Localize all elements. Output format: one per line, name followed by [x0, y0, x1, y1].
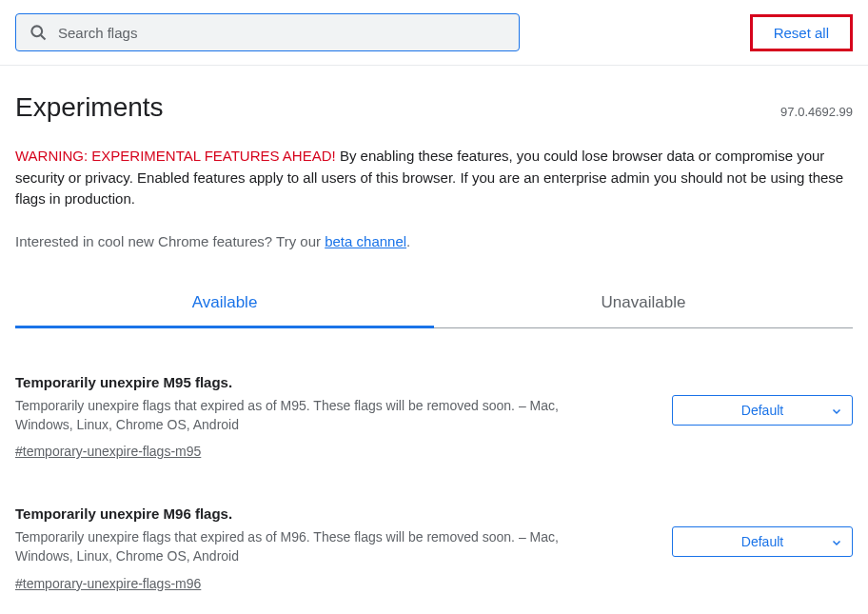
title-row: Experiments 97.0.4692.99: [15, 92, 853, 123]
page-title: Experiments: [15, 92, 164, 123]
tab-unavailable[interactable]: Unavailable: [434, 280, 853, 327]
interest-prefix: Interested in cool new Chrome features? …: [15, 233, 325, 249]
tab-available[interactable]: Available: [15, 280, 434, 328]
tabs: Available Unavailable: [15, 280, 853, 328]
search-wrapper: [15, 13, 520, 51]
flag-description: Temporarily unexpire flags that expired …: [15, 527, 605, 566]
search-input[interactable]: [15, 13, 520, 51]
warning-label: WARNING: EXPERIMENTAL FEATURES AHEAD!: [15, 148, 336, 164]
interest-text: Interested in cool new Chrome features? …: [15, 233, 853, 249]
beta-channel-link[interactable]: beta channel: [325, 233, 406, 249]
interest-suffix: .: [406, 233, 410, 249]
flag-title: Temporarily unexpire M95 flags.: [15, 374, 649, 390]
version-label: 97.0.4692.99: [780, 105, 853, 119]
flag-anchor-link[interactable]: #temporary-unexpire-flags-m95: [15, 444, 201, 459]
flag-item: Temporarily unexpire M96 flags. Temporar…: [15, 505, 853, 592]
flag-select-value: Default: [741, 534, 783, 549]
flag-text: Temporarily unexpire M96 flags. Temporar…: [15, 505, 649, 592]
flag-title: Temporarily unexpire M96 flags.: [15, 505, 649, 522]
flag-item: Temporarily unexpire M95 flags. Temporar…: [15, 374, 853, 461]
flag-state-select[interactable]: Default: [672, 526, 853, 557]
flag-select-value: Default: [741, 403, 783, 418]
flag-text: Temporarily unexpire M95 flags. Temporar…: [15, 374, 649, 461]
svg-point-0: [31, 26, 42, 36]
warning-text: WARNING: EXPERIMENTAL FEATURES AHEAD! By…: [15, 146, 853, 210]
flag-description: Temporarily unexpire flags that expired …: [15, 396, 605, 435]
search-icon: [29, 23, 48, 42]
flag-state-select[interactable]: Default: [672, 395, 853, 426]
chevron-down-icon: [831, 405, 842, 416]
flag-anchor-link[interactable]: #temporary-unexpire-flags-m96: [15, 576, 201, 591]
top-bar: Reset all: [0, 0, 868, 66]
reset-all-button[interactable]: Reset all: [750, 14, 853, 51]
svg-line-1: [41, 35, 46, 40]
chevron-down-icon: [831, 536, 842, 547]
content: Experiments 97.0.4692.99 WARNING: EXPERI…: [0, 66, 868, 592]
